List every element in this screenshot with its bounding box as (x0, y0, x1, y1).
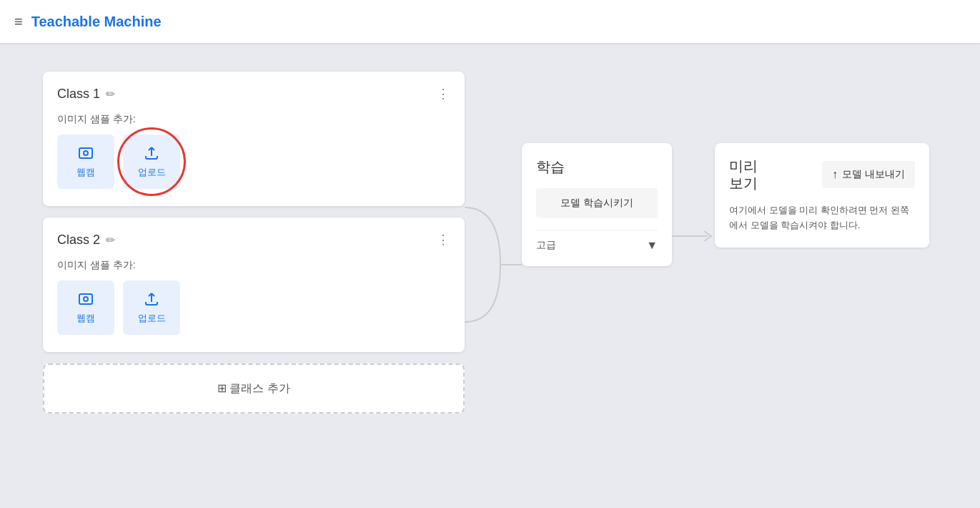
train-button[interactable]: 모델 학습시키기 (536, 188, 658, 218)
menu-icon[interactable]: ≡ (14, 14, 23, 30)
class1-header: Class 1 ✏ ⋮ (57, 86, 450, 102)
class1-sample-label: 이미지 샘플 추가: (57, 113, 450, 126)
class1-upload-button[interactable]: 업로드 (123, 135, 180, 189)
preview-description: 여기에서 모델을 미리 확인하려면 먼저 왼쪽에서 모델을 학습시켜야 합니다. (729, 203, 915, 233)
preview-card: 미리보기 ↑ 모델 내보내기 여기에서 모델을 미리 확인하려면 먼저 왼쪽에서… (715, 143, 929, 248)
app-header: ≡ Teachable Machine (0, 0, 980, 43)
advanced-row: 고급 ▼ (536, 230, 658, 252)
connector2 (672, 72, 715, 247)
class2-upload-button[interactable]: 업로드 (123, 280, 180, 335)
webcam-icon-2 (77, 290, 94, 308)
webcam-icon (77, 145, 94, 162)
class2-title-row: Class 2 ✏ (57, 233, 115, 248)
class1-title-row: Class 1 ✏ (57, 87, 115, 102)
chevron-down-icon[interactable]: ▼ (646, 239, 658, 252)
class1-buttons-row: 웹캠 업로드 (57, 135, 450, 189)
svg-point-1 (84, 151, 88, 155)
export-icon: ↑ (832, 168, 838, 181)
class2-webcam-button[interactable]: 웹캠 (57, 280, 114, 335)
preview-title: 미리보기 (729, 157, 758, 192)
upload-icon-2 (143, 290, 160, 308)
upload-icon (143, 145, 160, 162)
training-card: 학습 모델 학습시키기 고급 ▼ (522, 143, 672, 266)
class1-edit-icon[interactable]: ✏ (106, 87, 115, 101)
class2-header: Class 2 ✏ ⋮ (57, 232, 450, 248)
add-class-card[interactable]: ⊞ 클래스 추가 (43, 363, 465, 414)
class1-more-icon[interactable]: ⋮ (437, 86, 450, 102)
class2-title: Class 2 (57, 233, 100, 248)
class1-upload-highlight: 업로드 (123, 135, 180, 189)
class2-card: Class 2 ✏ ⋮ 이미지 샘플 추가: 웹캠 (43, 218, 465, 352)
class1-webcam-button[interactable]: 웹캠 (57, 135, 114, 189)
advanced-label: 고급 (536, 239, 556, 252)
svg-rect-0 (79, 148, 92, 158)
connector1 (465, 72, 522, 365)
class2-more-icon[interactable]: ⋮ (437, 232, 450, 248)
training-column: 학습 모델 학습시키기 고급 ▼ (522, 72, 672, 266)
app-title: Teachable Machine (31, 14, 162, 30)
class2-sample-label: 이미지 샘플 추가: (57, 259, 450, 272)
add-class-label: ⊞ 클래스 추가 (217, 381, 290, 396)
class2-buttons-row: 웹캠 업로드 (57, 280, 450, 335)
training-title: 학습 (536, 157, 658, 177)
class1-card: Class 1 ✏ ⋮ 이미지 샘플 추가: 웹캠 (43, 72, 465, 206)
preview-header: 미리보기 ↑ 모델 내보내기 (729, 157, 915, 192)
svg-rect-2 (79, 294, 92, 304)
classes-column: Class 1 ✏ ⋮ 이미지 샘플 추가: 웹캠 (43, 72, 465, 414)
export-button[interactable]: ↑ 모델 내보내기 (822, 161, 915, 188)
class2-edit-icon[interactable]: ✏ (106, 233, 115, 247)
main-canvas: Class 1 ✏ ⋮ 이미지 샘플 추가: 웹캠 (0, 43, 980, 508)
connector2-svg (672, 225, 715, 247)
preview-column: 미리보기 ↑ 모델 내보내기 여기에서 모델을 미리 확인하려면 먼저 왼쪽에서… (715, 72, 929, 248)
svg-point-3 (84, 297, 88, 301)
connector1-svg (465, 165, 522, 365)
class1-title: Class 1 (57, 87, 100, 102)
